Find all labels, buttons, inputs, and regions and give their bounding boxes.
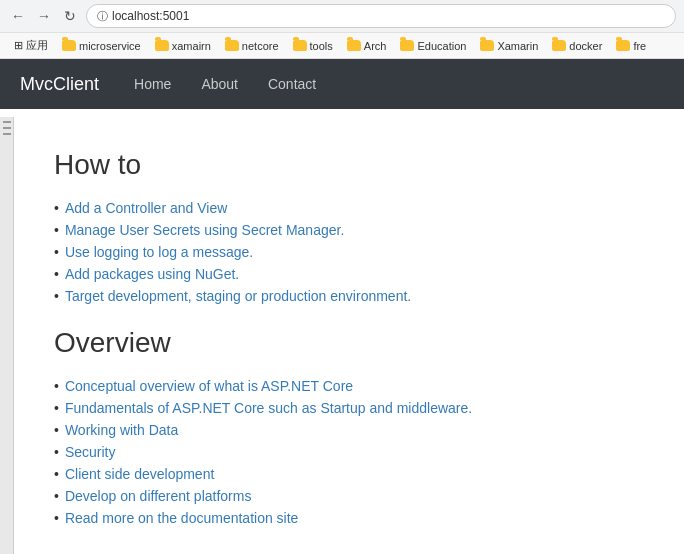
bookmark-docker[interactable]: docker	[546, 38, 608, 54]
url-text: localhost:5001	[112, 9, 189, 23]
overview-link-6[interactable]: Read more on the documentation site	[65, 510, 298, 526]
how-to-link-4[interactable]: Target development, staging or productio…	[65, 288, 411, 304]
list-item: Target development, staging or productio…	[54, 285, 644, 307]
address-bar[interactable]: ⓘ localhost:5001	[86, 4, 676, 28]
folder-icon	[347, 40, 361, 51]
side-panel	[0, 117, 14, 554]
main-content: How to Add a Controller and View Manage …	[14, 109, 684, 554]
overview-link-1[interactable]: Fundamentals of ASP.NET Core such as Sta…	[65, 400, 472, 416]
bookmark-xamarin[interactable]: Xamarin	[474, 38, 544, 54]
nav-item-about[interactable]: About	[186, 61, 253, 107]
list-item: Add packages using NuGet.	[54, 263, 644, 285]
overview-list: Conceptual overview of what is ASP.NET C…	[54, 375, 644, 529]
partial-section-title: Run & Deploy	[54, 549, 644, 554]
list-item: Develop on different platforms	[54, 485, 644, 507]
nav-link-contact[interactable]: Contact	[253, 61, 331, 107]
apps-button[interactable]: ⊞ 应用	[8, 36, 54, 55]
list-item: Fundamentals of ASP.NET Core such as Sta…	[54, 397, 644, 419]
overview-link-4[interactable]: Client side development	[65, 466, 214, 482]
bookmark-label: microservice	[79, 40, 141, 52]
side-panel-line	[3, 121, 11, 123]
navbar: MvcClient Home About Contact	[0, 59, 684, 109]
list-item: Read more on the documentation site	[54, 507, 644, 529]
bookmark-label: netcore	[242, 40, 279, 52]
bookmark-label: Arch	[364, 40, 387, 52]
folder-icon	[225, 40, 239, 51]
folder-icon	[480, 40, 494, 51]
side-panel-line	[3, 127, 11, 129]
bookmarks-bar: ⊞ 应用 microservice xamairn netcore tools …	[0, 32, 684, 58]
list-item: Manage User Secrets using Secret Manager…	[54, 219, 644, 241]
overview-link-0[interactable]: Conceptual overview of what is ASP.NET C…	[65, 378, 353, 394]
folder-icon	[400, 40, 414, 51]
folder-icon	[552, 40, 566, 51]
browser-chrome: ← → ↻ ⓘ localhost:5001 ⊞ 应用 microservice…	[0, 0, 684, 59]
browser-toolbar: ← → ↻ ⓘ localhost:5001	[0, 0, 684, 32]
bookmark-fre[interactable]: fre	[610, 38, 652, 54]
overview-link-5[interactable]: Develop on different platforms	[65, 488, 252, 504]
bookmark-label: docker	[569, 40, 602, 52]
back-button[interactable]: ←	[8, 6, 28, 26]
navbar-brand[interactable]: MvcClient	[0, 74, 119, 95]
page-wrapper: MvcClient Home About Contact How to Add …	[0, 59, 684, 554]
nav-item-home[interactable]: Home	[119, 61, 186, 107]
bookmark-netcore[interactable]: netcore	[219, 38, 285, 54]
bookmark-microservice[interactable]: microservice	[56, 38, 147, 54]
list-item: Use logging to log a message.	[54, 241, 644, 263]
how-to-link-2[interactable]: Use logging to log a message.	[65, 244, 253, 260]
apps-label: 应用	[26, 38, 48, 53]
folder-icon	[293, 40, 307, 51]
how-to-link-1[interactable]: Manage User Secrets using Secret Manager…	[65, 222, 344, 238]
bookmark-label: fre	[633, 40, 646, 52]
nav-item-contact[interactable]: Contact	[253, 61, 331, 107]
folder-icon	[616, 40, 630, 51]
overview-link-2[interactable]: Working with Data	[65, 422, 178, 438]
bookmark-label: xamairn	[172, 40, 211, 52]
bookmark-label: Education	[417, 40, 466, 52]
list-item: Security	[54, 441, 644, 463]
how-to-title: How to	[54, 149, 644, 181]
bookmark-arch[interactable]: Arch	[341, 38, 393, 54]
nav-link-home[interactable]: Home	[119, 61, 186, 107]
bookmark-label: tools	[310, 40, 333, 52]
overview-link-3[interactable]: Security	[65, 444, 116, 460]
how-to-list: Add a Controller and View Manage User Se…	[54, 197, 644, 307]
list-item: Working with Data	[54, 419, 644, 441]
nav-link-about[interactable]: About	[186, 61, 253, 107]
side-panel-line	[3, 133, 11, 135]
lock-icon: ⓘ	[97, 9, 108, 24]
refresh-button[interactable]: ↻	[60, 6, 80, 26]
bookmark-tools[interactable]: tools	[287, 38, 339, 54]
how-to-link-3[interactable]: Add packages using NuGet.	[65, 266, 239, 282]
folder-icon	[155, 40, 169, 51]
folder-icon	[62, 40, 76, 51]
list-item: Add a Controller and View	[54, 197, 644, 219]
list-item: Conceptual overview of what is ASP.NET C…	[54, 375, 644, 397]
overview-title: Overview	[54, 327, 644, 359]
list-item: Client side development	[54, 463, 644, 485]
bookmark-xamairn[interactable]: xamairn	[149, 38, 217, 54]
navbar-nav: Home About Contact	[119, 61, 331, 107]
bookmark-education[interactable]: Education	[394, 38, 472, 54]
bookmark-label: Xamarin	[497, 40, 538, 52]
apps-grid-icon: ⊞	[14, 39, 23, 52]
forward-button[interactable]: →	[34, 6, 54, 26]
how-to-link-0[interactable]: Add a Controller and View	[65, 200, 227, 216]
